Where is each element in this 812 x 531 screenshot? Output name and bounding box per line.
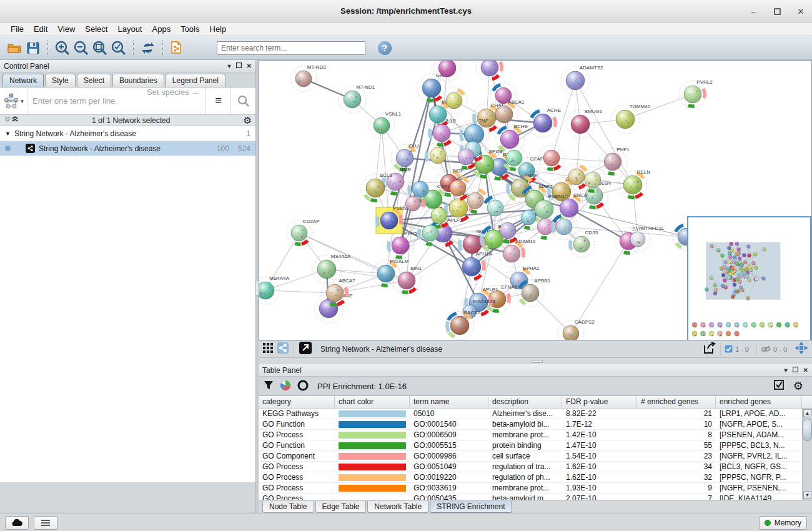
birdseye-toggle-icon[interactable]: [795, 341, 808, 357]
zoom-in-icon[interactable]: [53, 39, 72, 57]
network-row[interactable]: String Network - Alzheimer's disease 100…: [0, 141, 255, 156]
graph-node-ms4a4a[interactable]: MS4A4A: [259, 275, 290, 304]
graph-node-cadps2[interactable]: CADPS2: [558, 319, 595, 340]
task-history-button[interactable]: [34, 516, 57, 530]
refresh-network-icon[interactable]: [139, 39, 157, 57]
graph-node-vsnl1[interactable]: VSNL1: [369, 111, 402, 139]
graph-node-pvrl2[interactable]: PVRL2: [679, 79, 713, 108]
horizontal-splitter[interactable]: [259, 358, 812, 364]
pie-chart-icon[interactable]: [280, 380, 291, 393]
zoom-fit-icon[interactable]: [91, 39, 109, 57]
network-collection-row[interactable]: ▼ String Network - Alzheimer's disease 1: [0, 126, 255, 141]
zoom-out-icon[interactable]: [72, 39, 91, 57]
table-row[interactable]: GO ProcessGO:0019220regulation of ph...1…: [259, 472, 802, 483]
open-session-icon[interactable]: [5, 39, 24, 57]
collapse-all-icon[interactable]: [4, 116, 11, 125]
scroll-up-icon[interactable]: ▲: [803, 409, 811, 417]
column-header-category[interactable]: category: [259, 396, 335, 408]
graph-node-ppp5c[interactable]: PPP5C: [387, 231, 421, 259]
tab-string-enrichment[interactable]: STRING Enrichment: [430, 501, 512, 513]
menu-select[interactable]: Select: [81, 23, 112, 35]
menu-help[interactable]: Help: [205, 23, 231, 35]
graph-node-adam10[interactable]: ADAM10: [498, 239, 536, 267]
graph-node-mt-nd2[interactable]: MT-ND2: [290, 64, 326, 92]
graph-node-cd33[interactable]: CD33: [568, 230, 598, 257]
tab-boundaries[interactable]: Boundaries: [112, 74, 164, 87]
string-query-input[interactable]: Enter one term per line.: [27, 87, 147, 114]
column-header-chart-color[interactable]: chart color: [335, 396, 410, 408]
close-button[interactable]: ✕: [796, 6, 806, 16]
memory-button[interactable]: Memory: [759, 516, 807, 530]
column-header-fdr-p-value[interactable]: FDR p-value: [562, 396, 637, 408]
tab-style[interactable]: Style: [45, 74, 76, 87]
table-row[interactable]: GO ProcessGO:0051049regulation of tra...…: [259, 462, 802, 472]
help-icon[interactable]: ?: [378, 41, 392, 55]
table-panel-menu-icon[interactable]: ▾: [785, 367, 788, 374]
network-options-gear-icon[interactable]: ⚙: [244, 115, 252, 126]
table-panel-close-icon[interactable]: ✕: [803, 367, 808, 374]
menu-layout[interactable]: Layout: [113, 23, 146, 35]
tab-edge-table[interactable]: Edge Table: [315, 501, 367, 513]
tab-network[interactable]: Network: [2, 74, 44, 87]
graph-node-mt-nd1[interactable]: MT-ND1: [339, 84, 375, 113]
graph-node[interactable]: [433, 61, 461, 82]
graph-node-adamts2[interactable]: ADAMTS2: [561, 65, 603, 95]
table-row[interactable]: GO ComponentGO:0009986cell surface1.54E-…: [259, 451, 802, 462]
table-row[interactable]: GO FunctionGO:0001540beta-amyloid bi...1…: [259, 419, 802, 430]
tab-select[interactable]: Select: [77, 74, 111, 87]
cloud-button[interactable]: [5, 516, 29, 530]
maximize-button[interactable]: [772, 6, 782, 16]
string-search-icon[interactable]: [230, 87, 255, 114]
graph-node-tomm40[interactable]: TOMM40: [611, 104, 650, 134]
birdseye-view[interactable]: [687, 216, 811, 340]
panel-menu-icon[interactable]: ▾: [228, 62, 231, 69]
tab-legend-panel[interactable]: Legend Panel: [166, 74, 225, 87]
menu-edit[interactable]: Edit: [29, 23, 52, 35]
table-row[interactable]: GO ProcessGO:0033619membrane prot...1.93…: [259, 483, 802, 494]
table-row[interactable]: GO ProcessGO:0006509membrane prot...1.42…: [259, 430, 802, 440]
column-header--enriched-genes[interactable]: # enriched genes: [637, 396, 716, 408]
grid-view-icon[interactable]: [262, 342, 274, 355]
scroll-down-icon[interactable]: ▼: [803, 491, 811, 499]
tab-network-table[interactable]: Network Table: [367, 501, 428, 513]
graph-node[interactable]: [476, 61, 503, 81]
string-logo-icon[interactable]: STRING ▾: [0, 87, 27, 114]
import-network-icon[interactable]: [168, 39, 187, 57]
panel-close-icon[interactable]: ✕: [247, 62, 252, 69]
select-columns-icon[interactable]: [774, 380, 785, 392]
table-settings-gear-icon[interactable]: ⚙: [793, 379, 803, 393]
string-options-menu-icon[interactable]: ≡: [205, 87, 230, 114]
export-network-icon[interactable]: [703, 342, 716, 356]
network-canvas[interactable]: MT-ND2MT-ND1VSNL1GAB2ADAMTS2PVRL2IRS1CHA…: [259, 60, 812, 340]
table-row[interactable]: GO ProcessGO:0050435beta-amyloid m...2.0…: [259, 494, 802, 500]
table-panel-float-icon[interactable]: [793, 367, 798, 374]
menu-view[interactable]: View: [53, 23, 79, 35]
graph-node-cd2ap[interactable]: CD2AP: [286, 219, 320, 246]
table-row[interactable]: KEGG Pathways05010Alzheimer's dise...8.8…: [259, 409, 802, 419]
table-row[interactable]: GO FunctionGO:0005515protein binding1.47…: [259, 440, 802, 451]
tab-node-table[interactable]: Node Table: [262, 501, 314, 513]
minimize-button[interactable]: –: [748, 6, 758, 16]
panel-float-icon[interactable]: [236, 62, 242, 69]
filter-icon[interactable]: [264, 380, 274, 392]
graph-node-reln[interactable]: RELN: [618, 169, 650, 199]
species-hint[interactable]: Set species →: [147, 87, 205, 114]
string-view-icon[interactable]: [277, 342, 289, 355]
search-input[interactable]: [217, 41, 365, 55]
menu-file[interactable]: File: [6, 23, 28, 35]
horizontal-splitter-grip[interactable]: [532, 360, 543, 363]
column-header-description[interactable]: description: [488, 396, 562, 408]
graph-node-smug1[interactable]: SMUG1: [566, 109, 603, 139]
donut-ring-icon[interactable]: [297, 380, 309, 393]
table-vertical-scrollbar[interactable]: ▲ ▼: [802, 409, 812, 500]
save-session-icon[interactable]: [24, 39, 42, 57]
graph-node-bace2[interactable]: BACE2: [445, 310, 481, 340]
graph-node-ache[interactable]: ACHE: [528, 107, 561, 137]
zoom-selected-icon[interactable]: [109, 39, 128, 57]
collection-expander-icon[interactable]: ▼: [5, 131, 11, 137]
menu-apps[interactable]: Apps: [148, 23, 176, 35]
column-header-enriched-genes[interactable]: enriched genes: [716, 396, 802, 408]
menu-tools[interactable]: Tools: [176, 23, 204, 35]
expand-all-icon[interactable]: [11, 116, 19, 125]
column-header-term-name[interactable]: term name: [410, 396, 488, 408]
